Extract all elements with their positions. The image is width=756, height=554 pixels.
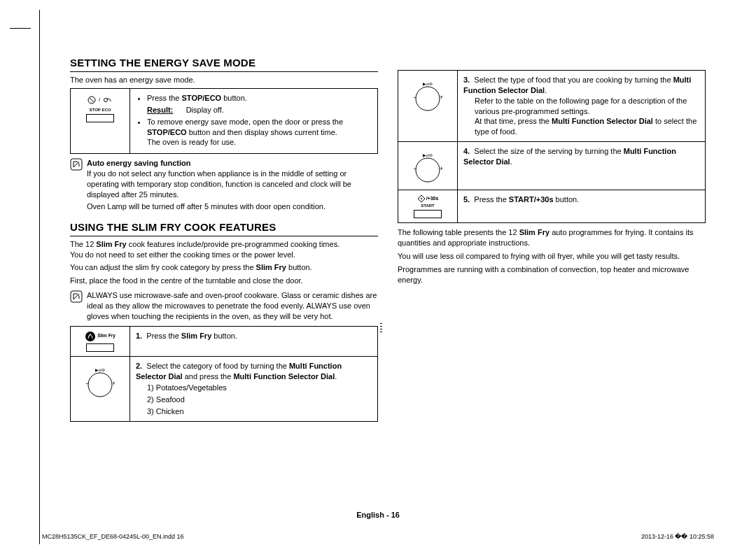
slim-fry-icon-label: Slim Fry bbox=[97, 333, 115, 339]
slim-fry-steps-table-1: Slim Fry 1. Press the Slim Fry button. ▶… bbox=[70, 326, 378, 422]
svg-point-6 bbox=[85, 332, 95, 341]
selector-dial-icon: ▶ιι/⊘ − + bbox=[408, 152, 447, 184]
note-icon bbox=[70, 290, 83, 303]
step3-c: . bbox=[545, 86, 547, 94]
step2-d: Multi Function Selector Dial bbox=[233, 372, 335, 381]
stop-eco-icon-cell: / STOP ECO bbox=[71, 89, 130, 154]
step4-a: Select the size of the serving by turnin… bbox=[474, 147, 623, 155]
sf-intro1-d: You do not need to set either the cookin… bbox=[70, 250, 378, 260]
bullet1-text-c: button. bbox=[221, 94, 247, 102]
svg-text:+: + bbox=[440, 165, 443, 172]
svg-point-11 bbox=[416, 87, 440, 111]
slim-fry-step2: 2. Select the category of food by turnin… bbox=[130, 356, 378, 421]
slim-fry-step4: 4. Select the size of the serving by tur… bbox=[458, 142, 706, 190]
selector-dial-icon: ▶ιι/⊘ − + bbox=[408, 80, 447, 113]
left-column: SETTING THE ENERGY SAVE MODE The oven ha… bbox=[70, 56, 378, 426]
energy-save-intro: The oven has an energy save mode. bbox=[70, 75, 378, 85]
slim-fry-intro3: First, place the food in the centre of t… bbox=[70, 276, 378, 286]
slim-fry-step3: 3. Select the type of food that you are … bbox=[458, 71, 706, 142]
result-text: Display off. bbox=[186, 106, 224, 114]
step5-b: START/+30s bbox=[509, 195, 554, 204]
stop-eco-label: STOP ECO bbox=[76, 107, 124, 113]
sf-intro1-b: Slim Fry bbox=[96, 240, 126, 248]
step2-a: Select the category of food by turning t… bbox=[146, 362, 289, 370]
step4-c: . bbox=[510, 157, 512, 166]
step5-a: Press the bbox=[474, 195, 509, 204]
svg-point-7 bbox=[88, 373, 112, 397]
svg-text:−: − bbox=[413, 165, 416, 172]
bullet1-text-b: STOP/ECO bbox=[182, 94, 222, 102]
energy-save-bullet2: To remove energy save mode, open the doo… bbox=[147, 117, 372, 148]
slim-fry-para1: The following table presents the 12 Slim… bbox=[398, 227, 706, 248]
slim-fry-intro1: The 12 Slim Fry cook features include/pr… bbox=[70, 239, 378, 260]
energy-save-instructions: Press the STOP/ECO button. Result: Displ… bbox=[130, 89, 378, 154]
step1-a: Press the bbox=[146, 332, 181, 340]
svg-point-20 bbox=[421, 198, 422, 199]
slim-fry-step1: 1. Press the Slim Fry button. bbox=[130, 326, 378, 356]
svg-text:▶ιι/⊘: ▶ιι/⊘ bbox=[95, 368, 105, 372]
start-button-shape bbox=[414, 210, 442, 218]
heading-energy-save: SETTING THE ENERGY SAVE MODE bbox=[70, 56, 378, 72]
cat-seafood: 2) Seafood bbox=[147, 395, 372, 405]
svg-text:▶ιι/⊘: ▶ιι/⊘ bbox=[423, 82, 433, 86]
bullet2-text-d: The oven is ready for use. bbox=[147, 137, 372, 148]
sf-intro2-b: Slim Fry bbox=[256, 263, 286, 271]
energy-save-bullet1: Press the STOP/ECO button. Result: Displ… bbox=[147, 93, 372, 115]
cat-chicken: 3) Chicken bbox=[147, 406, 372, 417]
sf-intro1-c: cook features include/provide pre-progra… bbox=[127, 240, 340, 248]
step3-e: At that time, press the bbox=[475, 117, 552, 125]
start-plus30-label: /+30s bbox=[426, 195, 439, 201]
right-column: ▶ιι/⊘ − + 3. Select the type of food tha… bbox=[398, 56, 706, 426]
slim-fry-icon-cell: Slim Fry bbox=[71, 326, 130, 356]
start-diamond-icon bbox=[417, 194, 426, 203]
indd-file: MC28H5135CK_EF_DE68-04245L-00_EN.indd 16 bbox=[42, 533, 184, 540]
energy-save-table: / STOP ECO Press the STOP/ECO button. Re… bbox=[70, 88, 378, 154]
svg-point-15 bbox=[416, 158, 440, 182]
svg-point-3 bbox=[104, 99, 108, 102]
step1-c: button. bbox=[211, 332, 237, 340]
binding-marks bbox=[380, 323, 382, 332]
bullet2-text-c: button and then display shows current ti… bbox=[187, 128, 337, 136]
stop-eco-button-shape bbox=[86, 114, 114, 122]
slim-fry-step5: 5. Press the START/+30s button. bbox=[458, 190, 706, 223]
svg-text:+: + bbox=[440, 94, 443, 101]
svg-line-1 bbox=[90, 98, 94, 102]
slim-fry-intro2: You can adjust the slim fry cook categor… bbox=[70, 262, 378, 273]
slim-fry-note: ALWAYS use microwave-safe and oven-proof… bbox=[70, 290, 378, 322]
page-footer: English - 16 bbox=[0, 511, 756, 519]
svg-text:−: − bbox=[413, 94, 416, 101]
slim-fry-para3: Programmes are running with a combinatio… bbox=[398, 264, 706, 285]
slim-fry-icon bbox=[85, 331, 96, 342]
cat-potatoes: 1) Potatoes/Vegetables bbox=[147, 383, 372, 393]
para1-b: Slim Fry bbox=[519, 228, 550, 236]
step5-c: button. bbox=[554, 195, 580, 204]
selector-dial-icon: ▶ιι/⊘ − + bbox=[80, 367, 120, 399]
auto-energy-saving-body1: If you do not select any function when a… bbox=[87, 169, 378, 200]
dial-icon-cell-2: ▶ιι/⊘ − + bbox=[398, 71, 458, 142]
step3-f: Multi Function Selector Dial bbox=[552, 117, 653, 125]
auto-energy-saving-title: Auto energy saving function bbox=[87, 158, 378, 169]
step1-b: Slim Fry bbox=[181, 332, 211, 340]
slim-fry-para2: You will use less oil compared to frying… bbox=[398, 251, 706, 262]
step3-a: Select the type of food that you are coo… bbox=[474, 76, 673, 84]
auto-energy-saving-body2: Oven Lamp will be turned off after 5 min… bbox=[87, 201, 378, 212]
svg-text:▶ιι/⊘: ▶ιι/⊘ bbox=[423, 153, 433, 157]
energy-save-note: Auto energy saving function If you do no… bbox=[70, 158, 378, 211]
indd-footer: MC28H5135CK_EF_DE68-04245L-00_EN.indd 16… bbox=[42, 533, 714, 540]
start-label: START bbox=[404, 203, 451, 208]
bullet2-text-b: STOP/ECO bbox=[147, 128, 187, 136]
svg-text:+: + bbox=[112, 380, 115, 387]
result-label: Result: bbox=[147, 106, 173, 114]
sf-intro2-a: You can adjust the slim fry cook categor… bbox=[70, 263, 256, 271]
note-icon bbox=[70, 158, 83, 171]
slim-fry-note-body: ALWAYS use microwave-safe and oven-proof… bbox=[87, 290, 378, 322]
dial-icon-cell-3: ▶ιι/⊘ − + bbox=[398, 142, 458, 190]
para1-a: The following table presents the 12 bbox=[398, 228, 519, 236]
heading-slim-fry: USING THE SLIM FRY COOK FEATURES bbox=[70, 220, 378, 236]
step3-d: Refer to the table on the following page… bbox=[475, 96, 699, 117]
slim-fry-button-shape bbox=[86, 343, 114, 352]
stop-eco-icon: / bbox=[86, 96, 114, 106]
step2-c: and press the bbox=[183, 372, 234, 381]
svg-text:/: / bbox=[99, 97, 101, 103]
step2-e: . bbox=[335, 372, 337, 381]
